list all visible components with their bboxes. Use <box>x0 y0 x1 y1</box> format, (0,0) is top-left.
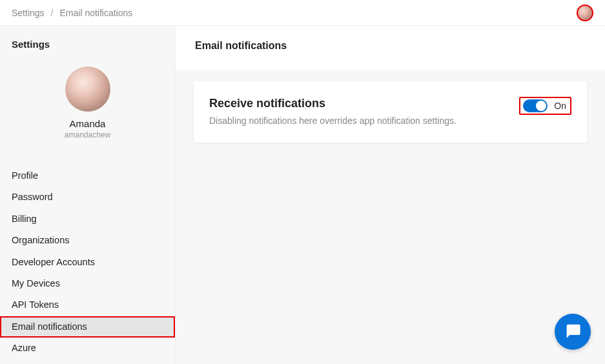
card-subtitle: Disabling notifications here overrides a… <box>209 116 519 126</box>
settings-card: Receive notifications Disabling notifica… <box>194 81 587 143</box>
card-text: Receive notifications Disabling notifica… <box>209 97 519 126</box>
sidebar-title: Settings <box>0 26 175 60</box>
sidebar-item-profile[interactable]: Profile <box>0 165 175 187</box>
breadcrumb-separator: / <box>51 8 54 18</box>
sidebar-item-azure[interactable]: Azure <box>0 338 175 359</box>
receive-notifications-toggle[interactable] <box>523 99 548 112</box>
content: Email notifications Receive notification… <box>176 26 605 364</box>
profile-name: Amanda <box>70 118 106 129</box>
breadcrumb-root[interactable]: Settings <box>12 8 45 18</box>
sidebar-item-my-devices[interactable]: My Devices <box>0 273 175 294</box>
sidebar-item-api-tokens[interactable]: API Tokens <box>0 294 175 316</box>
sidebar-item-email-notifications[interactable]: Email notifications <box>0 316 175 338</box>
sidebar-item-organizations[interactable]: Organizations <box>0 230 175 251</box>
card-title: Receive notifications <box>209 97 519 110</box>
chat-button[interactable] <box>555 314 591 350</box>
profile-avatar[interactable] <box>65 66 110 112</box>
toggle-group: On <box>519 97 571 115</box>
profile-block: Amanda amandachew <box>0 60 175 155</box>
sidebar-item-developer-accounts[interactable]: Developer Accounts <box>0 252 175 273</box>
toggle-knob <box>536 101 546 111</box>
main: Settings Amanda amandachew Profile Passw… <box>0 26 605 364</box>
header-avatar[interactable] <box>577 5 593 21</box>
sidebar: Settings Amanda amandachew Profile Passw… <box>0 26 176 364</box>
sidebar-nav: Profile Password Billing Organizations D… <box>0 155 175 359</box>
toggle-label: On <box>554 101 566 111</box>
top-bar: Settings / Email notifications <box>0 0 605 26</box>
breadcrumb: Settings / Email notifications <box>12 8 132 18</box>
profile-handle: amandachew <box>65 130 110 139</box>
sidebar-item-billing[interactable]: Billing <box>0 208 175 230</box>
sidebar-item-password[interactable]: Password <box>0 187 175 208</box>
page-title: Email notifications <box>176 26 605 63</box>
breadcrumb-current[interactable]: Email notifications <box>59 8 132 18</box>
chat-icon <box>564 321 582 342</box>
